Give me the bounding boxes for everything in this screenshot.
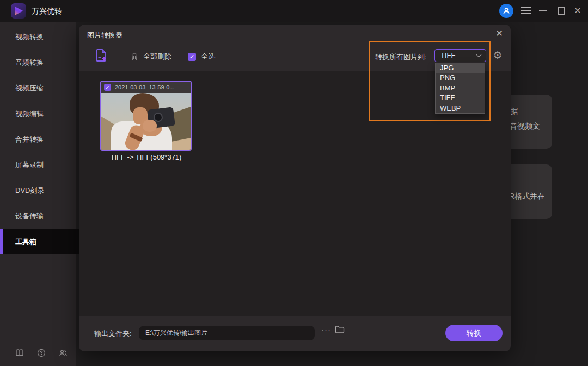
- format-option-webp[interactable]: WEBP: [436, 103, 485, 113]
- dialog-title: 图片转换器: [87, 30, 122, 40]
- app-title: 万兴优转: [32, 7, 62, 16]
- image-converter-dialog: 输出文件夹: ··· 转换 图片转换器 ✕ 全部删除 ✓ 全选: [79, 25, 511, 351]
- help-icon[interactable]: [37, 349, 46, 357]
- card-text-fragment: 音视频文: [510, 121, 540, 131]
- format-option-png[interactable]: PNG: [436, 73, 485, 83]
- delete-all-button[interactable]: 全部删除: [131, 52, 171, 62]
- select-all-label: 全选: [201, 52, 215, 62]
- sidebar-item-merge-convert[interactable]: 合并转换: [0, 126, 76, 152]
- minimize-button[interactable]: [539, 10, 547, 11]
- select-all-toggle[interactable]: ✓ 全选: [188, 52, 215, 62]
- card-text-fragment: 据: [511, 107, 518, 117]
- sidebar-item-device-transfer[interactable]: 设备传输: [0, 203, 76, 229]
- add-files-button[interactable]: [95, 48, 108, 63]
- select-all-checkbox[interactable]: ✓: [188, 53, 196, 61]
- chevron-down-icon: [476, 52, 482, 58]
- file-checkbox[interactable]: ✓: [104, 84, 111, 91]
- sidebar-item-dvd-burn[interactable]: DVD刻录: [0, 178, 76, 203]
- image-thumbnail: [101, 93, 191, 150]
- sidebar-item-video-convert[interactable]: 视频转换: [0, 24, 76, 50]
- sidebar-item-video-compress[interactable]: 视频压缩: [0, 75, 76, 101]
- image-file-item[interactable]: ✓ 2021-03-03_13-59-0...: [100, 81, 192, 151]
- format-settings-gear-icon[interactable]: ⚙: [492, 49, 504, 62]
- format-select[interactable]: TIFF: [434, 49, 486, 62]
- file-name: 2021-03-03_13-59-0...: [115, 84, 174, 90]
- sidebar-item-toolbox[interactable]: 工具箱: [0, 229, 79, 254]
- convert-button[interactable]: 转换: [445, 325, 503, 341]
- sidebar-item-video-edit[interactable]: 视频编辑: [0, 101, 76, 126]
- output-folder-input[interactable]: [139, 326, 315, 340]
- person-icon: [503, 7, 510, 15]
- format-dropdown: JPG PNG BMP TIFF WEBP: [435, 63, 485, 114]
- open-folder-icon[interactable]: [335, 325, 346, 335]
- output-folder-label: 输出文件夹:: [94, 329, 132, 339]
- app-logo-icon: [11, 3, 26, 19]
- format-option-jpg[interactable]: JPG: [436, 63, 485, 73]
- thumbnail-header: ✓ 2021-03-03_13-59-0...: [101, 82, 191, 93]
- maximize-button[interactable]: [558, 7, 565, 15]
- titlebar: 万兴优转 ✕: [0, 0, 588, 22]
- dialog-close-icon[interactable]: ✕: [493, 27, 506, 40]
- menu-button[interactable]: [521, 7, 531, 15]
- format-option-bmp[interactable]: BMP: [436, 83, 485, 93]
- window-close-button[interactable]: ✕: [572, 5, 583, 16]
- dialog-footer: 输出文件夹: ··· 转换: [79, 316, 511, 351]
- browse-more-button[interactable]: ···: [319, 323, 333, 337]
- sidebar-item-screen-record[interactable]: 屏幕录制: [0, 152, 76, 178]
- delete-all-label: 全部删除: [143, 52, 171, 62]
- format-option-tiff[interactable]: TIFF: [436, 93, 485, 103]
- convert-all-to-label: 转换所有图片到:: [375, 52, 427, 62]
- sidebar: 视频转换 音频转换 视频压缩 视频编辑 合并转换 屏幕录制 DVD刻录 设备传输…: [0, 22, 76, 366]
- sidebar-item-audio-convert[interactable]: 音频转换: [0, 50, 76, 75]
- users-icon[interactable]: [59, 349, 68, 357]
- user-avatar-button[interactable]: [499, 4, 513, 18]
- file-conversion-caption: TIFF -> TIFF(509*371): [100, 153, 192, 161]
- card-text-fragment: R格式并在: [509, 192, 545, 202]
- trash-icon: [131, 52, 138, 61]
- format-selected-value: TIFF: [440, 51, 455, 59]
- manual-book-icon[interactable]: [15, 349, 24, 357]
